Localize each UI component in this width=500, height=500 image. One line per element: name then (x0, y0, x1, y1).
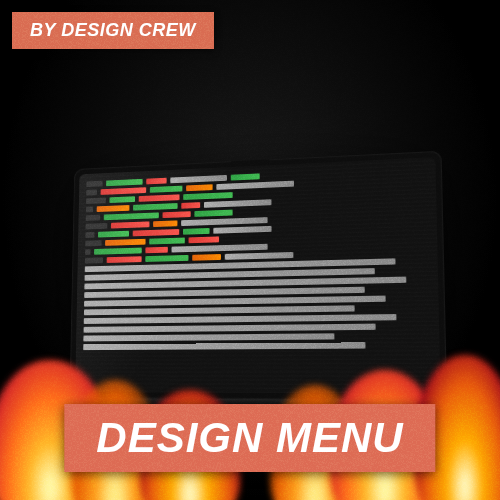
title-banner: DESIGN MENU (64, 404, 435, 472)
promo-scene: BY DESIGN CREW DESIGN MENU (0, 0, 500, 500)
credit-banner: BY DESIGN CREW (12, 12, 214, 49)
